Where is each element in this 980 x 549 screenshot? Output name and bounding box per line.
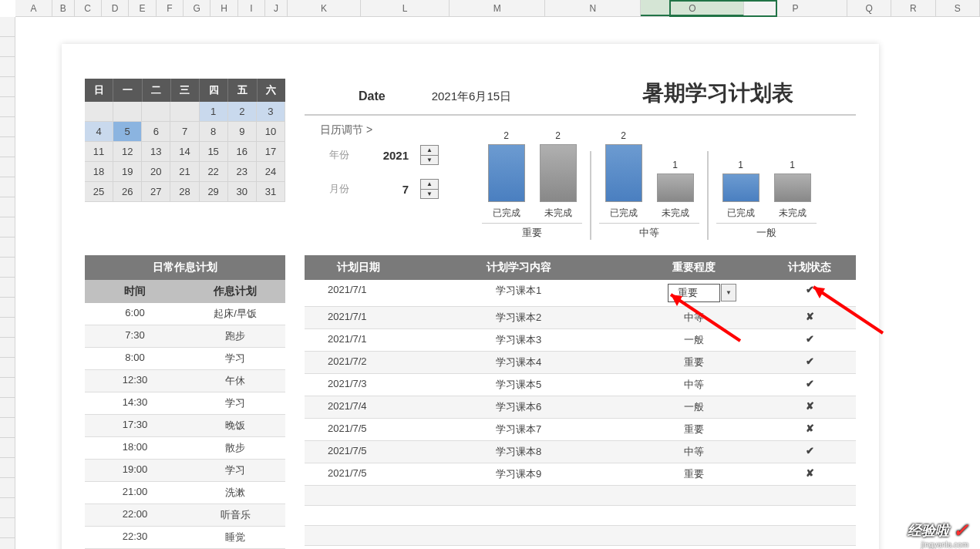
table-row[interactable]: 18:00散步 <box>85 437 285 460</box>
row-header[interactable] <box>0 97 15 117</box>
table-row[interactable]: 19:00学习 <box>85 460 285 482</box>
table-row[interactable]: 2021/7/3学习课本5中等✔ <box>305 374 856 396</box>
col-header-C[interactable]: C <box>75 0 102 16</box>
col-header-H[interactable]: H <box>210 0 237 16</box>
table-row[interactable]: 2021/7/5学习课本7重要✘ <box>305 419 856 441</box>
row-header[interactable] <box>0 338 15 358</box>
calendar-day-cell[interactable]: 5 <box>113 122 142 142</box>
row-header[interactable] <box>0 298 15 318</box>
calendar-day-cell[interactable]: 25 <box>85 182 113 202</box>
col-header-O[interactable]: O <box>641 0 744 16</box>
col-header-E[interactable]: E <box>129 0 156 16</box>
calendar-day-cell[interactable]: 29 <box>200 182 228 202</box>
table-row[interactable]: 14:30学习 <box>85 392 285 415</box>
table-row[interactable]: 2021/7/1学习课本1重要▼✔ <box>305 280 856 307</box>
row-header[interactable] <box>0 157 15 177</box>
row-header[interactable] <box>0 358 15 378</box>
calendar-day-cell[interactable]: 28 <box>170 182 199 202</box>
calendar-day-cell[interactable]: 22 <box>200 162 228 182</box>
calendar-day-cell[interactable]: 20 <box>142 162 170 182</box>
table-row[interactable]: 6:00起床/早饭 <box>85 303 285 325</box>
dropdown-arrow-icon[interactable]: ▼ <box>721 284 736 301</box>
calendar-day-cell[interactable]: 26 <box>113 182 142 202</box>
row-header[interactable] <box>0 538 15 549</box>
calendar-day-cell[interactable]: 30 <box>228 182 257 202</box>
row-header[interactable] <box>0 438 15 458</box>
calendar-day-cell[interactable]: 19 <box>113 162 142 182</box>
table-row[interactable]: 2021/7/5学习课本8中等✔ <box>305 441 856 463</box>
calendar-day-cell[interactable]: 23 <box>228 162 257 182</box>
table-row[interactable]: 21:00洗漱 <box>85 482 285 504</box>
table-row[interactable]: 2021/7/5学习课本9重要✘ <box>305 463 856 486</box>
calendar-day-cell[interactable]: 27 <box>142 182 170 202</box>
col-header-B[interactable]: B <box>52 0 75 16</box>
month-down-button[interactable]: ▼ <box>421 190 438 199</box>
priority-cell[interactable]: 重要 <box>625 463 763 485</box>
calendar-day-cell[interactable]: 31 <box>257 182 285 202</box>
col-header-F[interactable]: F <box>157 0 184 16</box>
row-header[interactable] <box>0 418 15 438</box>
table-row[interactable]: 8:00学习 <box>85 348 285 370</box>
col-header-R[interactable]: R <box>891 0 935 16</box>
calendar-day-cell[interactable]: 12 <box>113 142 142 162</box>
calendar-day-cell[interactable]: 17 <box>257 142 285 162</box>
col-header-G[interactable]: G <box>184 0 210 16</box>
row-header[interactable] <box>0 197 15 217</box>
row-header[interactable] <box>0 498 15 518</box>
row-header[interactable] <box>0 17 15 37</box>
calendar-day-cell[interactable]: 2 <box>228 102 257 122</box>
row-header[interactable] <box>0 458 15 478</box>
calendar-day-cell[interactable]: 4 <box>85 122 113 142</box>
col-header-D[interactable]: D <box>102 0 129 16</box>
col-header-I[interactable]: I <box>238 0 265 16</box>
calendar-day-cell[interactable]: 1 <box>200 102 228 122</box>
calendar-day-cell[interactable]: 9 <box>228 122 257 142</box>
calendar-day-cell[interactable]: 3 <box>257 102 285 122</box>
calendar-day-cell[interactable]: 6 <box>142 122 170 142</box>
calendar-day-cell[interactable]: 15 <box>200 142 228 162</box>
priority-cell[interactable]: 中等 <box>625 441 763 463</box>
row-header[interactable] <box>0 478 15 498</box>
row-header[interactable] <box>0 77 15 97</box>
row-header[interactable] <box>0 57 15 77</box>
calendar-day-cell[interactable]: 13 <box>142 142 170 162</box>
priority-cell[interactable]: 重要 <box>625 352 763 373</box>
year-down-button[interactable]: ▼ <box>421 156 438 165</box>
col-header-K[interactable]: K <box>288 0 362 16</box>
col-header-L[interactable]: L <box>361 0 450 16</box>
table-row[interactable]: 12:30午休 <box>85 370 285 392</box>
row-header[interactable] <box>0 137 15 157</box>
row-header[interactable] <box>0 318 15 338</box>
col-header-N[interactable]: N <box>545 0 641 16</box>
table-row[interactable]: 7:30跑步 <box>85 325 285 348</box>
table-row[interactable]: 22:30睡觉 <box>85 527 285 549</box>
priority-cell[interactable]: 中等 <box>625 307 763 328</box>
table-row[interactable]: 17:30晚饭 <box>85 415 285 437</box>
calendar-day-cell[interactable]: 24 <box>257 162 285 182</box>
calendar-day-cell[interactable]: 14 <box>170 142 199 162</box>
month-up-button[interactable]: ▲ <box>421 180 438 190</box>
priority-cell[interactable]: 重要 <box>625 419 763 440</box>
row-header[interactable] <box>0 278 15 298</box>
priority-cell[interactable]: 一般 <box>625 329 763 351</box>
spreadsheet-content[interactable]: 日一二三四五六 12345678910111213141516171819202… <box>15 17 980 549</box>
row-header[interactable] <box>0 378 15 398</box>
year-spinner[interactable]: ▲ ▼ <box>420 145 439 165</box>
row-header[interactable] <box>0 258 15 278</box>
table-row[interactable]: 2021/7/1学习课本3一般✔ <box>305 329 856 352</box>
col-header-Q[interactable]: Q <box>847 0 891 16</box>
calendar-day-cell[interactable]: 16 <box>228 142 257 162</box>
table-row[interactable]: 2021/7/4学习课本6一般✘ <box>305 396 856 419</box>
row-header[interactable] <box>0 37 15 57</box>
row-header[interactable] <box>0 518 15 538</box>
priority-cell-selected[interactable]: 重要▼ <box>625 280 763 306</box>
calendar-day-cell[interactable]: 11 <box>85 142 113 162</box>
priority-cell[interactable]: 中等 <box>625 374 763 396</box>
row-header[interactable] <box>0 177 15 197</box>
calendar-day-cell[interactable]: 21 <box>170 162 199 182</box>
col-header-A[interactable]: A <box>15 0 52 16</box>
col-header-M[interactable]: M <box>450 0 545 16</box>
col-header-J[interactable]: J <box>265 0 288 16</box>
row-header[interactable] <box>0 398 15 418</box>
priority-cell[interactable]: 一般 <box>625 396 763 418</box>
